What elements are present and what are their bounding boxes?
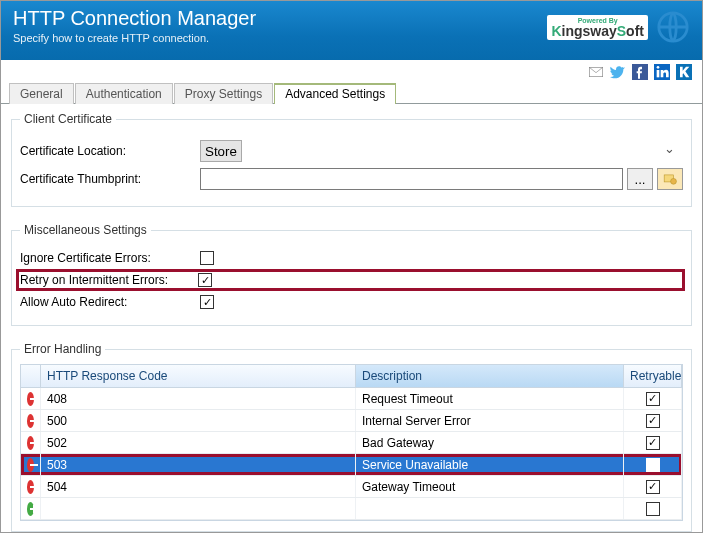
retry-intermittent-checkbox[interactable] [198,273,212,287]
delete-row-icon[interactable] [27,480,34,494]
table-row[interactable]: 503Service Unavailable [21,454,682,476]
tab-general[interactable]: General [9,83,74,104]
mail-icon[interactable] [588,64,604,80]
cert-thumbprint-input[interactable] [200,168,623,190]
cert-location-select[interactable]: Store [200,140,242,162]
misc-settings-legend: Miscellaneous Settings [20,223,151,237]
col-retryable[interactable]: Retryable [624,365,682,388]
linkedin-icon[interactable] [654,64,670,80]
cell-description: Service Unavailable [356,454,624,475]
auto-redirect-label: Allow Auto Redirect: [20,295,200,309]
tab-authentication[interactable]: Authentication [75,83,173,104]
client-certificate-legend: Client Certificate [20,112,116,126]
table-row[interactable]: 502Bad Gateway [21,432,682,454]
table-row[interactable]: 504Gateway Timeout [21,476,682,498]
facebook-icon[interactable] [632,64,648,80]
add-row-icon[interactable] [27,502,34,516]
cell-description: Gateway Timeout [356,476,624,497]
col-icon[interactable] [21,365,41,388]
tab-advanced-settings[interactable]: Advanced Settings [274,83,396,104]
cell-code: 500 [41,410,356,431]
cell-description: Request Timeout [356,388,624,409]
table-row[interactable]: 408Request Timeout [21,388,682,410]
retryable-checkbox[interactable] [646,458,660,472]
client-certificate-group: Client Certificate Certificate Location:… [11,112,692,207]
cell-code[interactable] [41,498,356,519]
globe-icon [656,10,690,44]
svg-rect-4 [657,70,660,77]
twitter-icon[interactable] [610,64,626,80]
retryable-checkbox[interactable] [646,480,660,494]
delete-row-icon[interactable] [27,414,34,428]
cell-code: 502 [41,432,356,453]
retryable-checkbox[interactable] [646,502,660,516]
cert-location-label: Certificate Location: [20,144,200,158]
tab-panel: Client Certificate Certificate Location:… [1,104,702,533]
certificate-icon [663,172,677,186]
cert-clear-button[interactable] [657,168,683,190]
retryable-checkbox[interactable] [646,392,660,406]
error-grid-header: HTTP Response Code Description Retryable [21,365,682,388]
svg-point-5 [657,66,660,69]
dialog-header: HTTP Connection Manager Specify how to c… [1,1,702,60]
retry-intermittent-label: Retry on Intermittent Errors: [18,273,198,287]
col-http-code[interactable]: HTTP Response Code [41,365,356,388]
auto-redirect-checkbox[interactable] [200,295,214,309]
cell-description: Bad Gateway [356,432,624,453]
ignore-cert-checkbox[interactable] [200,251,214,265]
cell-code: 503 [41,454,356,475]
add-row[interactable] [21,498,682,520]
cert-thumbprint-label: Certificate Thumbprint: [20,172,200,186]
error-grid: HTTP Response Code Description Retryable… [20,364,683,521]
cell-description: Internal Server Error [356,410,624,431]
col-description[interactable]: Description [356,365,624,388]
delete-row-icon[interactable] [27,458,34,472]
ignore-cert-label: Ignore Certificate Errors: [20,251,200,265]
error-handling-group: Error Handling HTTP Response Code Descri… [11,342,692,532]
social-bar [1,60,702,84]
brand-logo: Powered By KingswaySoft [547,15,648,40]
svg-point-8 [671,178,677,184]
tab-bar: General Authentication Proxy Settings Ad… [1,82,702,104]
cell-description [356,498,624,519]
misc-settings-group: Miscellaneous Settings Ignore Certificat… [11,223,692,326]
cell-code: 504 [41,476,356,497]
cell-code: 408 [41,388,356,409]
table-row[interactable]: 500Internal Server Error [21,410,682,432]
tab-proxy-settings[interactable]: Proxy Settings [174,83,273,104]
delete-row-icon[interactable] [27,436,34,450]
brand-area: Powered By KingswaySoft [547,10,690,44]
k-icon[interactable] [676,64,692,80]
retryable-checkbox[interactable] [646,436,660,450]
retryable-checkbox[interactable] [646,414,660,428]
error-handling-legend: Error Handling [20,342,105,356]
cert-browse-button[interactable]: ... [627,168,653,190]
delete-row-icon[interactable] [27,392,34,406]
